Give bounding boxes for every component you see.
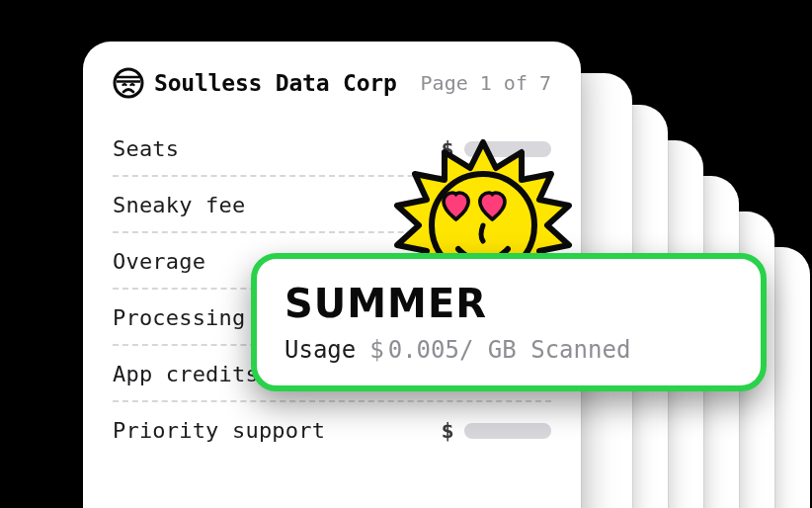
- line-item: Priority support $: [113, 402, 551, 457]
- svg-point-0: [115, 69, 142, 97]
- price-unit: / GB Scanned: [459, 336, 630, 364]
- price-value: 0.005: [388, 336, 459, 364]
- usage-price: $0.005/ GB Scanned: [369, 336, 630, 364]
- page-indicator: Page 1 of 7: [421, 71, 551, 95]
- summer-callout: SUMMER Usage $0.005/ GB Scanned: [251, 253, 767, 391]
- redacted-amount: [464, 423, 551, 439]
- brand: Soulless Data Corp: [113, 67, 397, 99]
- line-item-label: Sneaky fee: [113, 193, 245, 217]
- usage-label: Usage: [284, 336, 356, 364]
- invoice-header: Soulless Data Corp Page 1 of 7: [113, 67, 551, 99]
- usage-row: Usage $0.005/ GB Scanned: [284, 336, 733, 364]
- sad-striped-face-icon: [113, 67, 144, 99]
- line-item-amount: $: [442, 418, 551, 443]
- currency-symbol: $: [369, 336, 383, 364]
- line-item-label: App credits: [113, 362, 259, 386]
- callout-title: SUMMER: [284, 281, 733, 326]
- line-item-label: Overage: [113, 249, 205, 274]
- company-name: Soulless Data Corp: [154, 70, 397, 96]
- line-item-label: Priority support: [113, 418, 325, 443]
- line-item-label: Seats: [113, 136, 179, 161]
- currency-symbol: $: [442, 418, 454, 443]
